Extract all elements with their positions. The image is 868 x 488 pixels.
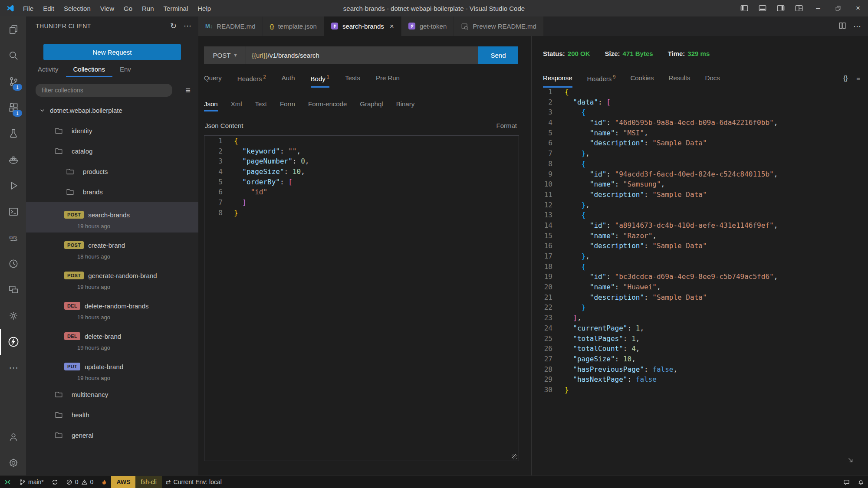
request-body-editor[interactable]: 1{2 "keyword": "",3 "pageNumber": 0,4 "p…: [204, 135, 519, 461]
menu-edit[interactable]: Edit: [38, 0, 59, 16]
menu-selection[interactable]: Selection: [59, 0, 95, 16]
folder-products[interactable]: products: [26, 161, 198, 182]
source-control-icon[interactable]: 1: [0, 69, 26, 95]
response-tab-response[interactable]: Response: [543, 71, 572, 87]
format-json-icon[interactable]: {}: [843, 74, 848, 87]
account-icon[interactable]: [0, 424, 26, 450]
response-tab-results[interactable]: Results: [669, 71, 690, 87]
editor-tab-template-json[interactable]: {}template.json: [263, 16, 324, 36]
docker-icon[interactable]: [0, 147, 26, 173]
new-request-button[interactable]: New Request: [43, 44, 181, 60]
response-tab-headers[interactable]: Headers9: [587, 71, 616, 87]
response-tab-docs[interactable]: Docs: [705, 71, 720, 87]
toggle-sidebar-icon[interactable]: [735, 0, 753, 16]
terminal-panel-icon[interactable]: [0, 199, 26, 225]
sidebar-tab-collections[interactable]: Collections: [66, 62, 112, 77]
folder-general[interactable]: general: [26, 425, 198, 445]
collection-root[interactable]: dotnet.webapi.boilerplate: [26, 100, 198, 121]
request-update-brand[interactable]: PUTupdate-brand19 hours ago: [26, 354, 198, 384]
split-editor-icon[interactable]: [838, 22, 846, 31]
folder-health[interactable]: health: [26, 405, 198, 425]
settings-sync-icon[interactable]: [0, 303, 26, 329]
request-delete-brand[interactable]: DELdelete-brand19 hours ago: [26, 324, 198, 354]
method-select[interactable]: POST ▾: [204, 46, 246, 64]
menu-file[interactable]: File: [18, 0, 38, 16]
toggle-secondary-sidebar-icon[interactable]: [772, 0, 790, 16]
request-create-brand[interactable]: POSTcreate-brand18 hours ago: [26, 233, 198, 263]
request-tab-body[interactable]: Body1: [311, 71, 329, 87]
body-tab-json[interactable]: Json: [204, 97, 218, 111]
resize-grip[interactable]: [512, 454, 517, 459]
refresh-icon[interactable]: ↻: [170, 21, 177, 31]
sync-changes-icon[interactable]: [48, 476, 62, 488]
notifications-bell-icon[interactable]: [854, 476, 868, 488]
menu-help[interactable]: Help: [193, 0, 216, 16]
menu-terminal[interactable]: Terminal: [159, 0, 193, 16]
send-button[interactable]: Send: [478, 46, 518, 64]
request-delete-random-brands[interactable]: DELdelete-random-brands19 hours ago: [26, 293, 198, 324]
menu-go[interactable]: Go: [119, 0, 137, 16]
extensions-icon[interactable]: 1: [0, 95, 26, 121]
response-tab-cookies[interactable]: Cookies: [630, 71, 654, 87]
menu-hamburger-icon[interactable]: ≡: [185, 85, 191, 95]
request-tab-pre-run[interactable]: Pre Run: [376, 71, 400, 87]
body-tab-graphql[interactable]: Graphql: [360, 97, 383, 111]
customize-layout-icon[interactable]: [790, 0, 808, 16]
request-tab-auth[interactable]: Auth: [282, 71, 295, 87]
toggle-panel-icon[interactable]: [753, 0, 772, 16]
flame-icon[interactable]: [97, 476, 111, 488]
editor-tab-preview-readme-md[interactable]: Preview README.md: [454, 16, 544, 36]
request-search-brands[interactable]: POSTsearch-brands19 hours ago: [26, 202, 198, 233]
url-row: POST ▾ {{url}}/v1/brands/search Send: [204, 46, 518, 64]
fsh-cli-item[interactable]: fsh-cli: [135, 476, 162, 488]
editor-tab-readme-md[interactable]: M↓README.md: [198, 16, 263, 36]
expand-response-icon[interactable]: [847, 457, 854, 465]
aws-status-item[interactable]: AWS: [111, 476, 135, 488]
wrap-lines-icon[interactable]: ≡: [856, 74, 860, 87]
sidebar-tab-env[interactable]: Env: [112, 62, 138, 77]
remote-explorer-icon[interactable]: [0, 277, 26, 303]
filter-collections-input[interactable]: [36, 84, 172, 97]
testing-icon[interactable]: [0, 121, 26, 147]
editor-tab-search-brands[interactable]: search-brands×: [324, 16, 401, 36]
menu-view[interactable]: View: [95, 0, 119, 16]
folder-identity[interactable]: identity: [26, 121, 198, 141]
settings-gear-icon[interactable]: [0, 450, 26, 476]
thunder-client-icon[interactable]: [0, 329, 26, 355]
more-views-icon[interactable]: ⋯: [0, 355, 26, 381]
restore-button[interactable]: [828, 0, 848, 16]
folder-brands[interactable]: brands: [26, 182, 198, 202]
folder-catalog[interactable]: catalog: [26, 141, 198, 161]
request-tab-tests[interactable]: Tests: [345, 71, 360, 87]
request-tab-headers[interactable]: Headers2: [237, 71, 266, 87]
url-input[interactable]: {{url}}/v1/brands/search: [246, 46, 478, 64]
close-window-button[interactable]: ×: [848, 0, 868, 16]
history-icon[interactable]: [0, 251, 26, 277]
git-branch-item[interactable]: main*: [15, 476, 48, 488]
format-link[interactable]: Format: [496, 122, 517, 129]
problems-item[interactable]: 0 0: [62, 476, 98, 488]
body-tab-form[interactable]: Form: [280, 97, 295, 111]
body-tab-binary[interactable]: Binary: [396, 97, 415, 111]
feedback-icon[interactable]: [839, 476, 854, 488]
menu-run[interactable]: Run: [137, 0, 159, 16]
remote-indicator-icon[interactable]: [0, 476, 15, 488]
run-debug-icon[interactable]: [0, 173, 26, 199]
thunder-env-item[interactable]: ⇄ Current Env: local: [162, 476, 226, 488]
aws-toolkit-icon[interactable]: aws: [0, 225, 26, 251]
minimize-button[interactable]: –: [808, 0, 828, 16]
editor-tab-get-token[interactable]: get-token: [401, 16, 454, 36]
more-actions-icon[interactable]: ⋯: [184, 21, 191, 31]
close-tab-icon[interactable]: ×: [390, 22, 394, 31]
body-tab-form-encode[interactable]: Form-encode: [308, 97, 347, 111]
explorer-icon[interactable]: [0, 16, 26, 43]
editor-more-icon[interactable]: ⋯: [853, 22, 861, 31]
sidebar-tab-activity[interactable]: Activity: [30, 62, 66, 77]
request-tab-query[interactable]: Query: [204, 71, 222, 87]
request-generate-random-brand[interactable]: POSTgenerate-random-brand19 hours ago: [26, 263, 198, 293]
response-body[interactable]: 1{2 "data": [3 {4 "id": "46d0595b-9a8a-4…: [532, 87, 868, 476]
body-tab-xml[interactable]: Xml: [231, 97, 242, 111]
search-icon[interactable]: [0, 43, 26, 69]
body-tab-text[interactable]: Text: [255, 97, 267, 111]
folder-multitenancy[interactable]: multitenancy: [26, 384, 198, 405]
